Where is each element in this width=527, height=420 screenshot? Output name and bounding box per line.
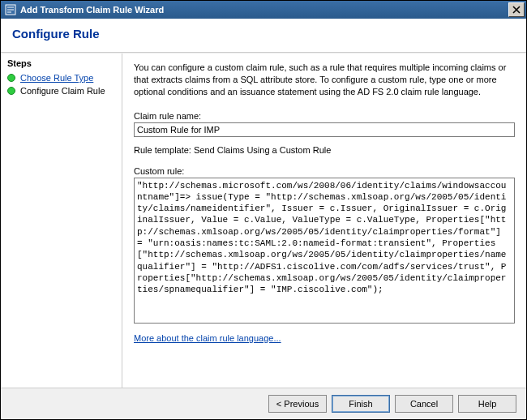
steps-sidebar: Steps Choose Rule Type Configure Claim R… <box>1 54 122 388</box>
finish-button[interactable]: Finish <box>332 395 390 413</box>
step-label: Choose Rule Type <box>20 73 93 83</box>
close-icon <box>512 6 521 14</box>
step-indicator-icon <box>7 87 15 95</box>
content-panel: You can configure a custom claim rule, s… <box>122 54 526 388</box>
wizard-header: Configure Rule <box>1 19 526 53</box>
step-configure-claim-rule[interactable]: Configure Claim Rule <box>7 86 115 96</box>
custom-rule-textarea[interactable] <box>134 178 515 324</box>
steps-title: Steps <box>7 58 115 68</box>
step-label: Configure Claim Rule <box>20 86 105 96</box>
cancel-button[interactable]: Cancel <box>395 395 453 413</box>
rule-name-input[interactable] <box>134 122 515 137</box>
custom-rule-label: Custom rule: <box>134 166 515 176</box>
learn-more-link[interactable]: More about the claim rule language... <box>134 333 515 343</box>
step-indicator-icon <box>7 74 15 82</box>
help-button[interactable]: Help <box>458 395 516 413</box>
step-choose-rule-type[interactable]: Choose Rule Type <box>7 73 115 83</box>
close-button[interactable] <box>508 2 525 17</box>
description-text: You can configure a custom claim rule, s… <box>134 62 515 98</box>
wizard-footer: < Previous Finish Cancel Help <box>1 388 526 419</box>
app-icon <box>4 3 17 16</box>
page-title: Configure Rule <box>12 27 515 41</box>
window-title: Add Transform Claim Rule Wizard <box>20 5 508 15</box>
previous-button[interactable]: < Previous <box>268 395 327 413</box>
rule-name-label: Claim rule name: <box>134 111 515 121</box>
rule-template-label: Rule template: Send Claims Using a Custo… <box>134 145 515 155</box>
title-bar: Add Transform Claim Rule Wizard <box>1 1 526 19</box>
